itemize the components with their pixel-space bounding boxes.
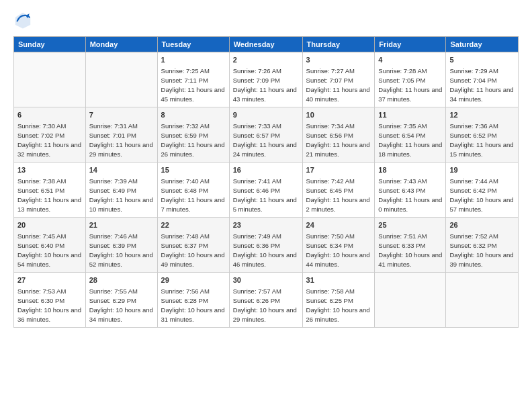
day-info: Sunrise: 7:28 AM Sunset: 7:05 PM Dayligh…: [378, 66, 442, 103]
header: [13, 11, 519, 30]
day-number: 8: [161, 110, 226, 120]
day-number: 18: [378, 165, 442, 175]
calendar-cell: 1Sunrise: 7:25 AM Sunset: 7:11 PM Daylig…: [157, 52, 229, 107]
day-number: 4: [378, 55, 442, 65]
day-info: Sunrise: 7:49 AM Sunset: 6:36 PM Dayligh…: [233, 232, 299, 269]
day-info: Sunrise: 7:29 AM Sunset: 7:04 PM Dayligh…: [449, 66, 515, 103]
day-info: Sunrise: 7:35 AM Sunset: 6:54 PM Dayligh…: [378, 122, 442, 158]
week-row-2: 13Sunrise: 7:38 AM Sunset: 6:51 PM Dayli…: [14, 163, 519, 218]
calendar-cell: 11Sunrise: 7:35 AM Sunset: 6:54 PM Dayli…: [375, 107, 446, 163]
day-header-sunday: Sunday: [14, 37, 86, 52]
calendar-cell: 23Sunrise: 7:49 AM Sunset: 6:36 PM Dayli…: [229, 218, 302, 273]
day-number: 29: [161, 275, 226, 285]
header-row: SundayMondayTuesdayWednesdayThursdayFrid…: [14, 37, 519, 52]
day-header-saturday: Saturday: [446, 37, 519, 52]
day-number: 21: [89, 220, 154, 230]
day-number: 12: [449, 110, 515, 120]
calendar-cell: 4Sunrise: 7:28 AM Sunset: 7:05 PM Daylig…: [375, 52, 446, 107]
day-number: 26: [449, 220, 515, 230]
day-info: Sunrise: 7:25 AM Sunset: 7:11 PM Dayligh…: [161, 66, 226, 103]
day-info: Sunrise: 7:30 AM Sunset: 7:02 PM Dayligh…: [17, 122, 82, 158]
day-info: Sunrise: 7:52 AM Sunset: 6:32 PM Dayligh…: [449, 232, 515, 269]
day-number: 16: [233, 165, 299, 175]
week-row-0: 1Sunrise: 7:25 AM Sunset: 7:11 PM Daylig…: [14, 52, 519, 107]
day-info: Sunrise: 7:57 AM Sunset: 6:26 PM Dayligh…: [233, 287, 299, 324]
day-info: Sunrise: 7:32 AM Sunset: 6:59 PM Dayligh…: [161, 122, 226, 158]
day-info: Sunrise: 7:34 AM Sunset: 6:56 PM Dayligh…: [306, 122, 371, 158]
day-header-tuesday: Tuesday: [157, 37, 229, 52]
day-number: 13: [17, 165, 82, 175]
week-row-4: 27Sunrise: 7:53 AM Sunset: 6:30 PM Dayli…: [14, 273, 519, 328]
day-info: Sunrise: 7:36 AM Sunset: 6:52 PM Dayligh…: [449, 122, 515, 158]
day-number: 20: [17, 220, 82, 230]
day-number: 7: [89, 110, 154, 120]
calendar-cell: 30Sunrise: 7:57 AM Sunset: 6:26 PM Dayli…: [229, 273, 302, 328]
day-number: 6: [17, 110, 82, 120]
day-info: Sunrise: 7:40 AM Sunset: 6:48 PM Dayligh…: [161, 177, 226, 214]
day-info: Sunrise: 7:58 AM Sunset: 6:25 PM Dayligh…: [306, 287, 371, 324]
day-info: Sunrise: 7:43 AM Sunset: 6:43 PM Dayligh…: [378, 177, 442, 214]
day-number: 27: [17, 275, 82, 285]
calendar-cell: 20Sunrise: 7:45 AM Sunset: 6:40 PM Dayli…: [14, 218, 86, 273]
calendar-cell: 8Sunrise: 7:32 AM Sunset: 6:59 PM Daylig…: [157, 107, 229, 163]
logo: [13, 11, 35, 30]
day-header-friday: Friday: [375, 37, 446, 52]
day-header-thursday: Thursday: [302, 37, 375, 52]
calendar-cell: 31Sunrise: 7:58 AM Sunset: 6:25 PM Dayli…: [302, 273, 375, 328]
calendar-cell: 15Sunrise: 7:40 AM Sunset: 6:48 PM Dayli…: [157, 163, 229, 218]
day-number: 5: [449, 55, 515, 65]
day-info: Sunrise: 7:31 AM Sunset: 7:01 PM Dayligh…: [89, 122, 154, 158]
day-number: 14: [89, 165, 154, 175]
calendar-cell: [375, 273, 446, 328]
day-info: Sunrise: 7:39 AM Sunset: 6:49 PM Dayligh…: [89, 177, 154, 214]
day-number: 31: [306, 275, 371, 285]
day-info: Sunrise: 7:26 AM Sunset: 7:09 PM Dayligh…: [233, 66, 299, 103]
calendar-cell: 21Sunrise: 7:46 AM Sunset: 6:39 PM Dayli…: [85, 218, 157, 273]
day-info: Sunrise: 7:56 AM Sunset: 6:28 PM Dayligh…: [161, 287, 226, 324]
day-info: Sunrise: 7:50 AM Sunset: 6:34 PM Dayligh…: [306, 232, 371, 269]
day-number: 28: [89, 275, 154, 285]
page: SundayMondayTuesdayWednesdayThursdayFrid…: [0, 0, 532, 336]
calendar-cell: 17Sunrise: 7:42 AM Sunset: 6:45 PM Dayli…: [302, 163, 375, 218]
day-header-wednesday: Wednesday: [229, 37, 302, 52]
calendar-cell: 5Sunrise: 7:29 AM Sunset: 7:04 PM Daylig…: [446, 52, 519, 107]
day-info: Sunrise: 7:27 AM Sunset: 7:07 PM Dayligh…: [306, 66, 371, 103]
day-number: 3: [306, 55, 371, 65]
day-number: 1: [161, 55, 226, 65]
calendar-cell: 25Sunrise: 7:51 AM Sunset: 6:33 PM Dayli…: [375, 218, 446, 273]
calendar-cell: 26Sunrise: 7:52 AM Sunset: 6:32 PM Dayli…: [446, 218, 519, 273]
day-info: Sunrise: 7:45 AM Sunset: 6:40 PM Dayligh…: [17, 232, 82, 269]
day-number: 11: [378, 110, 442, 120]
calendar-cell: [85, 52, 157, 107]
calendar-cell: 19Sunrise: 7:44 AM Sunset: 6:42 PM Dayli…: [446, 163, 519, 218]
day-number: 9: [233, 110, 299, 120]
calendar-cell: [14, 52, 86, 107]
calendar-cell: 7Sunrise: 7:31 AM Sunset: 7:01 PM Daylig…: [85, 107, 157, 163]
calendar-cell: 12Sunrise: 7:36 AM Sunset: 6:52 PM Dayli…: [446, 107, 519, 163]
day-number: 22: [161, 220, 226, 230]
calendar-cell: 13Sunrise: 7:38 AM Sunset: 6:51 PM Dayli…: [14, 163, 86, 218]
calendar-cell: 27Sunrise: 7:53 AM Sunset: 6:30 PM Dayli…: [14, 273, 86, 328]
day-info: Sunrise: 7:42 AM Sunset: 6:45 PM Dayligh…: [306, 177, 371, 214]
day-number: 25: [378, 220, 442, 230]
calendar-cell: 2Sunrise: 7:26 AM Sunset: 7:09 PM Daylig…: [229, 52, 302, 107]
day-number: 2: [233, 55, 299, 65]
day-info: Sunrise: 7:46 AM Sunset: 6:39 PM Dayligh…: [89, 232, 154, 269]
day-number: 19: [449, 165, 515, 175]
day-info: Sunrise: 7:38 AM Sunset: 6:51 PM Dayligh…: [17, 177, 82, 214]
calendar-table: SundayMondayTuesdayWednesdayThursdayFrid…: [13, 36, 519, 328]
calendar-cell: 10Sunrise: 7:34 AM Sunset: 6:56 PM Dayli…: [302, 107, 375, 163]
day-number: 24: [306, 220, 371, 230]
day-info: Sunrise: 7:48 AM Sunset: 6:37 PM Dayligh…: [161, 232, 226, 269]
calendar-cell: 14Sunrise: 7:39 AM Sunset: 6:49 PM Dayli…: [85, 163, 157, 218]
calendar-cell: 6Sunrise: 7:30 AM Sunset: 7:02 PM Daylig…: [14, 107, 86, 163]
calendar-cell: 9Sunrise: 7:33 AM Sunset: 6:57 PM Daylig…: [229, 107, 302, 163]
day-info: Sunrise: 7:51 AM Sunset: 6:33 PM Dayligh…: [378, 232, 442, 269]
day-number: 10: [306, 110, 371, 120]
calendar-cell: 22Sunrise: 7:48 AM Sunset: 6:37 PM Dayli…: [157, 218, 229, 273]
day-info: Sunrise: 7:41 AM Sunset: 6:46 PM Dayligh…: [233, 177, 299, 214]
day-number: 30: [233, 275, 299, 285]
calendar-cell: 24Sunrise: 7:50 AM Sunset: 6:34 PM Dayli…: [302, 218, 375, 273]
calendar-cell: [446, 273, 519, 328]
day-number: 17: [306, 165, 371, 175]
